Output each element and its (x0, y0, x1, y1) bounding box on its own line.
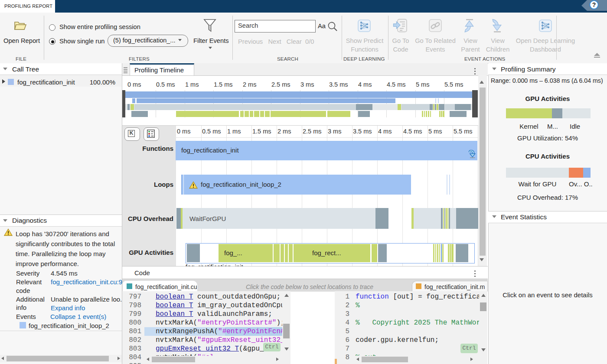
svg-text:?: ? (592, 1, 596, 8)
